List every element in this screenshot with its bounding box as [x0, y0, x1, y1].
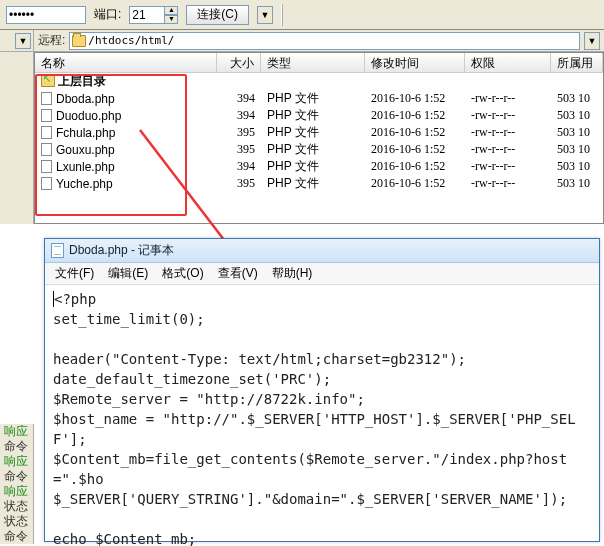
document-icon [51, 243, 64, 258]
up-folder-icon [41, 75, 55, 87]
menu-format[interactable]: 格式(O) [162, 265, 203, 282]
remote-path-input[interactable]: /htdocs/html/ [69, 32, 580, 50]
up-directory-row[interactable]: 上层目录 [35, 73, 603, 90]
notepad-title: Dboda.php - 记事本 [69, 242, 174, 259]
menu-view[interactable]: 查看(V) [218, 265, 258, 282]
col-header-owner[interactable]: 所属用 [551, 53, 603, 72]
file-list-header: 名称 大小 类型 修改时间 权限 所属用 [35, 53, 603, 73]
menu-help[interactable]: 帮助(H) [272, 265, 313, 282]
folder-icon [72, 35, 86, 47]
col-header-size[interactable]: 大小 [217, 53, 261, 72]
remote-path-dropdown-button[interactable]: ▼ [584, 32, 600, 50]
connect-button[interactable]: 连接(C) [186, 5, 249, 25]
status-label: 响应 [0, 424, 33, 439]
file-icon [41, 143, 52, 156]
file-row[interactable]: Duoduo.php394PHP 文件2016-10-6 1:52-rw-r--… [35, 107, 603, 124]
file-icon [41, 126, 52, 139]
toolbar-separator [281, 4, 283, 26]
file-icon [41, 160, 52, 173]
menu-file[interactable]: 文件(F) [55, 265, 94, 282]
file-list: 名称 大小 类型 修改时间 权限 所属用 上层目录Dboda.php394PHP… [34, 52, 604, 224]
status-label: 响应 [0, 454, 33, 469]
status-label: 响应 [0, 484, 33, 499]
col-header-name[interactable]: 名称 [35, 53, 217, 72]
local-dropdown-button[interactable]: ▼ [15, 33, 31, 49]
status-label: 状态 [0, 499, 33, 514]
port-down-button[interactable]: ▼ [164, 15, 178, 24]
password-input[interactable] [6, 6, 86, 24]
status-label: 状态 [0, 514, 33, 529]
connect-dropdown-button[interactable]: ▼ [257, 6, 273, 24]
remote-path-text: /htdocs/html/ [88, 34, 174, 47]
file-row[interactable]: Gouxu.php395PHP 文件2016-10-6 1:52-rw-r--r… [35, 141, 603, 158]
menu-edit[interactable]: 编辑(E) [108, 265, 148, 282]
notepad-window: Dboda.php - 记事本 文件(F) 编辑(E) 格式(O) 查看(V) … [44, 238, 600, 542]
file-row[interactable]: Lxunle.php394PHP 文件2016-10-6 1:52-rw-r--… [35, 158, 603, 175]
notepad-textarea[interactable]: <?phpset_time_limit(0);header("Content-T… [45, 285, 599, 546]
status-label: 命令 [0, 529, 33, 544]
remote-path-bar: 远程: /htdocs/html/ ▼ [34, 30, 604, 51]
col-header-type[interactable]: 类型 [261, 53, 365, 72]
file-icon [41, 177, 52, 190]
status-label: 命令 [0, 439, 33, 454]
file-row[interactable]: Dboda.php394PHP 文件2016-10-6 1:52-rw-r--r… [35, 90, 603, 107]
col-header-perm[interactable]: 权限 [465, 53, 551, 72]
connection-toolbar: 端口: ▲ ▼ 连接(C) ▼ [0, 0, 604, 30]
notepad-titlebar[interactable]: Dboda.php - 记事本 [45, 239, 599, 263]
file-row[interactable]: Fchula.php395PHP 文件2016-10-6 1:52-rw-r--… [35, 124, 603, 141]
port-spinner: ▲ ▼ [129, 6, 178, 24]
status-strip: 响应命令响应命令响应状态状态命令 [0, 424, 34, 544]
port-input[interactable] [129, 6, 165, 24]
notepad-menubar: 文件(F) 编辑(E) 格式(O) 查看(V) 帮助(H) [45, 263, 599, 285]
status-label: 命令 [0, 469, 33, 484]
file-icon [41, 92, 52, 105]
port-up-button[interactable]: ▲ [164, 6, 178, 15]
file-icon [41, 109, 52, 122]
left-gutter: ▼ [0, 30, 34, 51]
file-row[interactable]: Yuche.php395PHP 文件2016-10-6 1:52-rw-r--r… [35, 175, 603, 192]
port-label: 端口: [94, 6, 121, 23]
col-header-date[interactable]: 修改时间 [365, 53, 465, 72]
remote-label: 远程: [38, 32, 65, 49]
